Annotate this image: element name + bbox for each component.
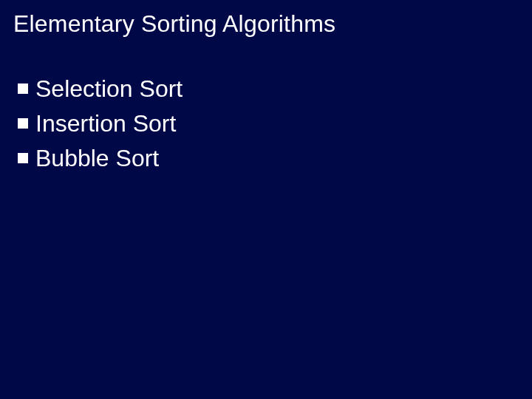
square-bullet-icon bbox=[18, 118, 28, 129]
list-item: Insertion Sort bbox=[18, 108, 519, 140]
list-item: Bubble Sort bbox=[18, 143, 519, 174]
bullet-text: Insertion Sort bbox=[35, 108, 176, 140]
slide-container: Elementary Sorting Algorithms Selection … bbox=[0, 0, 532, 399]
bullet-text: Bubble Sort bbox=[35, 143, 159, 174]
list-item: Selection Sort bbox=[18, 73, 519, 105]
slide-title: Elementary Sorting Algorithms bbox=[13, 10, 519, 38]
square-bullet-icon bbox=[18, 83, 28, 94]
bullet-list: Selection Sort Insertion Sort Bubble Sor… bbox=[13, 73, 519, 175]
square-bullet-icon bbox=[18, 153, 28, 163]
bullet-text: Selection Sort bbox=[35, 73, 183, 105]
